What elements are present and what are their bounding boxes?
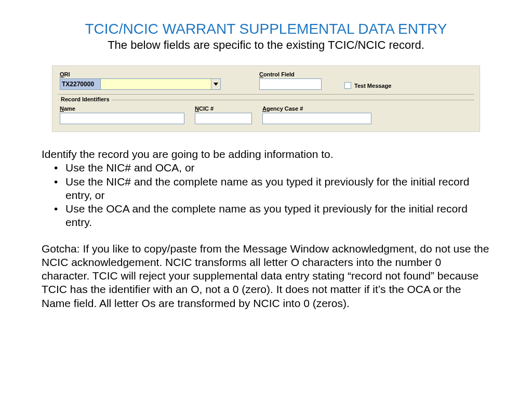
record-identifiers-fieldset: Record Identifiers Name NCIC # A	[58, 100, 474, 126]
ori-field-group: ORI TX2270000	[60, 71, 221, 90]
ncic-label-rest: CIC #	[199, 105, 214, 112]
ori-label-hotkey: O	[60, 71, 64, 77]
ncic-input[interactable]	[195, 113, 252, 124]
list-item: Use the NIC# and the complete name as yo…	[54, 175, 490, 203]
header-row: ORI TX2270000 Control Field Test	[58, 68, 474, 95]
test-message-checkbox[interactable]	[344, 82, 351, 89]
agency-case-input[interactable]	[262, 113, 371, 124]
control-label-rest: ontrol Field	[263, 71, 295, 77]
test-message-label: Test Message	[354, 83, 391, 89]
form-panel: ORI TX2270000 Control Field Test	[52, 65, 480, 132]
test-message-group: Test Message	[344, 82, 391, 90]
name-field-group: Name	[60, 105, 184, 124]
agency-case-label: Agency Case #	[262, 105, 371, 112]
svg-marker-0	[214, 83, 218, 86]
ncic-label-hotkey: N	[195, 105, 199, 112]
control-label-hotkey: C	[259, 71, 263, 77]
name-label-rest: ame	[64, 105, 75, 112]
control-field-group: Control Field	[259, 71, 322, 90]
list-item: Use the OCA and the complete name as you…	[54, 202, 490, 230]
ori-label: ORI	[60, 71, 221, 77]
name-label-hotkey: N	[60, 105, 64, 112]
page-title: TCIC/NCIC WARRANT SUPPLEMENTAL DATA ENTR…	[31, 21, 501, 37]
ncic-field-group: NCIC #	[195, 105, 252, 124]
ori-input-area[interactable]	[101, 79, 211, 89]
ori-value: TX2270000	[60, 79, 101, 89]
name-label: Name	[60, 105, 184, 112]
record-identifiers-row: Name NCIC # Agency Case #	[60, 105, 472, 124]
instruction-block: Identify the record you are going to be …	[42, 148, 490, 310]
ori-label-rest: RI	[64, 71, 70, 77]
instruction-list: Use the NIC# and OCA, or Use the NIC# an…	[42, 161, 490, 229]
ori-combobox[interactable]: TX2270000	[60, 78, 221, 90]
record-identifiers-legend: Record Identifiers	[59, 96, 112, 102]
page-container: TCIC/NCIC WARRANT SUPPLEMENTAL DATA ENTR…	[0, 0, 532, 310]
chevron-down-icon	[214, 83, 218, 86]
list-item: Use the NIC# and OCA, or	[54, 161, 490, 175]
control-field-input[interactable]	[259, 78, 322, 90]
gotcha-paragraph: Gotcha: If you like to copy/paste from t…	[42, 242, 490, 310]
control-field-label: Control Field	[259, 71, 322, 77]
agency-label-rest: gency Case #	[267, 105, 303, 112]
ori-dropdown-button[interactable]	[211, 79, 220, 89]
instruction-intro: Identify the record you are going to be …	[42, 148, 490, 161]
ncic-label: NCIC #	[195, 105, 252, 112]
agency-case-field-group: Agency Case #	[262, 105, 371, 124]
agency-label-hotkey: A	[262, 105, 267, 112]
page-subtitle: The below fields are specific to the exi…	[31, 38, 501, 52]
name-input[interactable]	[60, 113, 184, 124]
